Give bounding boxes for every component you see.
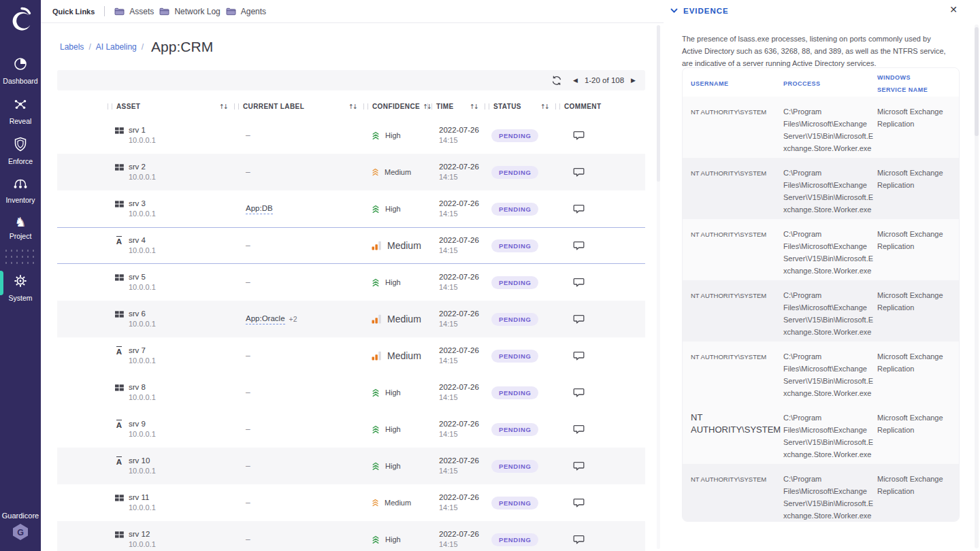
comment-icon[interactable] [573, 388, 585, 398]
evidence-service-cell: Microsoft Exchange Replication [877, 166, 951, 219]
quick-link-assets[interactable]: Assets [114, 7, 154, 16]
confidence-cell: High [363, 535, 427, 544]
username-value: NT AUTHORITY\SYSTEM [691, 353, 766, 361]
column-header-time[interactable]: TIME↑↓ [427, 103, 485, 110]
time-date: 2022-07-26 [439, 199, 479, 209]
chevrons-up-orange-icon [372, 499, 379, 507]
sidebar-item-dashboard[interactable]: Dashboard [0, 50, 41, 90]
column-header-confidence[interactable]: CONFIDENCE↑↓ [363, 103, 427, 110]
time-date: 2022-07-26 [439, 456, 479, 466]
evidence-panel: EVIDENCE ✕ The presence of lsass.exe pro… [664, 0, 980, 551]
sidebar-item-label: Enforce [8, 157, 33, 165]
table-row[interactable]: srv 310.0.0.1App:DBHigh2022-07-2614:15PE… [57, 190, 645, 227]
column-header-status[interactable]: STATUS↑↓ [485, 103, 555, 110]
table-row[interactable]: srv 810.0.0.1–High2022-07-2614:15PENDING [57, 374, 645, 411]
sidebar-item-label: Dashboard [3, 77, 37, 85]
column-resize-handle[interactable] [234, 103, 239, 110]
time-cell: 2022-07-2614:15 [427, 235, 485, 256]
comment-icon[interactable] [573, 241, 585, 251]
chevron-down-icon[interactable] [670, 8, 678, 14]
status-cell: PENDING [485, 313, 555, 326]
previous-page-icon[interactable]: ◀ [573, 77, 578, 84]
label-extra-count[interactable]: +2 [289, 315, 297, 323]
time-cell: 2022-07-2614:15 [427, 309, 485, 329]
quick-link-agents[interactable]: Agents [226, 7, 266, 16]
evidence-column-label: USERNAME [691, 80, 729, 87]
breadcrumb-link-labels[interactable]: Labels [60, 42, 84, 52]
sort-arrows-icon[interactable]: ↑↓ [470, 103, 478, 110]
evidence-process-cell: C:\Program Files\Microsoft\Exchange Serv… [783, 411, 877, 464]
table-row[interactable]: srv 610.0.0.1App:Oracle+2Medium2022-07-2… [57, 301, 645, 337]
comment-icon[interactable] [573, 167, 585, 178]
sidebar-item-enforce[interactable]: Enforce [0, 131, 41, 171]
column-resize-handle[interactable] [363, 103, 368, 110]
table-row[interactable]: Asrv 910.0.0.1–High2022-07-2614:15PENDIN… [57, 411, 645, 448]
sidebar-item-project[interactable]: ♞Project [0, 210, 41, 246]
sort-arrows-icon[interactable]: ↑↓ [540, 103, 549, 110]
status-badge: PENDING [491, 129, 538, 142]
table-row[interactable]: srv 510.0.0.1–High2022-07-2614:15PENDING [57, 264, 645, 301]
sidebar-item-reveal[interactable]: Reveal [0, 90, 41, 131]
evidence-username-cell: NT AUTHORITY\SYSTEM [691, 105, 783, 158]
table-row[interactable]: srv 110.0.0.1–High2022-07-2614:15PENDING [57, 117, 645, 154]
table-row[interactable]: srv 1110.0.0.1–Medium2022-07-2614:15PEND… [57, 484, 645, 521]
table-row[interactable]: srv 210.0.0.1–Medium2022-07-2614:15PENDI… [57, 154, 645, 190]
sidebar-item-system[interactable]: System [0, 267, 41, 307]
comment-icon[interactable] [573, 131, 585, 141]
comment-icon[interactable] [573, 461, 585, 471]
comment-icon[interactable] [573, 351, 585, 361]
column-header-asset[interactable]: ASSET↑↓ [108, 103, 234, 110]
main-scrollbar[interactable] [657, 25, 660, 549]
table-row[interactable]: Asrv 1010.0.0.1–High2022-07-2614:15PENDI… [57, 448, 645, 484]
sort-arrows-icon[interactable]: ↑↓ [348, 103, 357, 110]
page-title: App:CRM [151, 39, 213, 55]
evidence-table-body: NT AUTHORITY\SYSTEMC:\Program Files\Micr… [683, 97, 959, 522]
confidence-cell: High [363, 388, 427, 397]
close-icon[interactable]: ✕ [949, 4, 958, 15]
table-row[interactable]: srv 1210.0.0.1–High2022-07-2614:15PENDIN… [57, 521, 645, 551]
evidence-column-header: WINDOWS SERVICE NAME [877, 70, 951, 95]
column-resize-handle[interactable] [427, 103, 432, 110]
next-page-icon[interactable]: ▶ [631, 77, 636, 84]
column-resize-handle[interactable] [555, 103, 560, 110]
comment-icon[interactable] [573, 314, 585, 324]
asset-cell: srv 310.0.0.1 [108, 199, 234, 219]
evidence-service-cell: Microsoft Exchange Replication [877, 472, 951, 522]
time-cell: 2022-07-2614:15 [427, 162, 485, 182]
time-date: 2022-07-26 [439, 235, 479, 246]
breadcrumb-link-ai-labeling[interactable]: AI Labeling [96, 42, 137, 52]
status-cell: PENDING [485, 276, 555, 289]
confidence-cell: High [363, 205, 427, 214]
page-scrollbar[interactable] [975, 24, 979, 548]
empty-label-dash: – [246, 278, 250, 287]
refresh-icon[interactable] [551, 76, 562, 86]
current-label-cell: – [234, 278, 363, 287]
asset-text: srv 610.0.0.1 [129, 309, 156, 329]
comment-icon[interactable] [573, 498, 585, 508]
evidence-table-header: USERNAMEPROCCESSWINDOWS SERVICE NAME [683, 68, 959, 97]
status-badge: PENDING [491, 460, 538, 473]
table-row[interactable]: Asrv 410.0.0.1–Medium2022-07-2614:15PEND… [57, 227, 645, 264]
guardicore-logo-icon [0, 0, 41, 39]
table-row[interactable]: Asrv 710.0.0.1–Medium2022-07-2614:15PEND… [57, 337, 645, 374]
asset-ip: 10.0.0.1 [129, 135, 156, 146]
time-date: 2022-07-26 [439, 419, 479, 429]
asset-table-header: ASSET↑↓CURRENT LABEL↑↓CONFIDENCE↑↓TIME↑↓… [57, 95, 645, 117]
label-chip[interactable]: App:Oracle [246, 314, 285, 324]
comment-icon[interactable] [573, 535, 585, 545]
column-resize-handle[interactable] [108, 103, 112, 110]
asset-cell: srv 610.0.0.1 [108, 309, 234, 329]
status-cell: PENDING [485, 239, 555, 252]
label-chip[interactable]: App:DB [246, 204, 273, 214]
confidence-cell: Medium [363, 314, 427, 324]
asset-ip: 10.0.0.1 [129, 356, 156, 366]
comment-icon[interactable] [573, 278, 585, 288]
evidence-column-header: PROCCESS [783, 76, 877, 88]
quick-link-network-log[interactable]: Network Log [159, 7, 220, 16]
sidebar-item-inventory[interactable]: Inventory [0, 171, 41, 210]
sort-arrows-icon[interactable]: ↑↓ [219, 103, 227, 110]
comment-icon[interactable] [573, 424, 585, 435]
column-resize-handle[interactable] [485, 103, 489, 110]
comment-icon[interactable] [573, 204, 585, 214]
column-header-current-label[interactable]: CURRENT LABEL↑↓ [234, 103, 363, 110]
